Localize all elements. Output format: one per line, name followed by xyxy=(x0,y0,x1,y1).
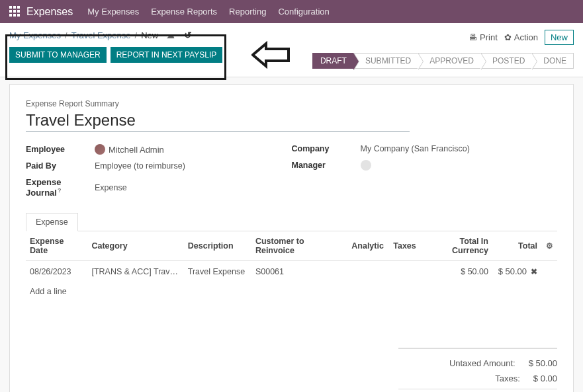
status-draft[interactable]: DRAFT xyxy=(312,53,354,69)
app-title[interactable]: Expenses xyxy=(26,6,73,18)
untaxed-label: Untaxed Amount: xyxy=(398,358,516,368)
journal-field[interactable]: Expense xyxy=(95,183,127,192)
gear-icon: ✿ xyxy=(504,32,512,42)
avatar xyxy=(95,144,105,155)
manager-label: Manager xyxy=(292,161,361,170)
cell-category[interactable]: [TRANS & ACC] Travel & ... xyxy=(87,261,183,282)
nav-my-expenses[interactable]: My Expenses xyxy=(87,7,139,17)
company-label: Company xyxy=(292,144,361,153)
cell-taxes[interactable] xyxy=(389,261,424,282)
pointer-arrow-icon xyxy=(251,41,290,69)
company-field[interactable]: My Company (San Francisco) xyxy=(361,144,470,153)
taxes-value: $ 0.00 xyxy=(533,373,557,383)
add-line-link[interactable]: Add a line xyxy=(26,282,557,301)
paidby-field[interactable]: Employee (to reimburse) xyxy=(95,161,185,171)
new-button[interactable]: New xyxy=(545,30,574,45)
col-taxes[interactable]: Taxes xyxy=(389,231,424,261)
taxes-label: Taxes: xyxy=(398,373,520,383)
cell-total[interactable]: $ 50.00✖ xyxy=(492,261,541,282)
employee-label: Employee xyxy=(26,145,95,154)
apps-icon[interactable] xyxy=(9,6,21,18)
notebook-tabs: Expense xyxy=(26,213,557,231)
table-row[interactable]: 08/26/2023 [TRANS & ACC] Travel & ... Tr… xyxy=(26,261,557,282)
cell-analytic[interactable] xyxy=(347,261,389,282)
control-panel: My Expenses / Travel Expense / New ☁ ↺ S… xyxy=(0,23,583,77)
employee-field[interactable]: Mitchell Admin xyxy=(95,144,164,155)
col-category[interactable]: Category xyxy=(87,231,183,261)
untaxed-value: $ 50.00 xyxy=(529,358,557,368)
cell-total-currency[interactable]: $ 50.00 xyxy=(424,261,492,282)
col-total-currency[interactable]: Total In Currency xyxy=(424,231,492,261)
breadcrumb-sep: / xyxy=(65,30,67,40)
breadcrumb-sep: / xyxy=(135,30,138,40)
submit-to-manager-button[interactable]: SUBMIT TO MANAGER xyxy=(9,47,107,63)
totals-panel: Untaxed Amount:$ 50.00 Taxes:$ 0.00 Tota… xyxy=(398,348,557,392)
top-bar: Expenses My Expenses Expense Reports Rep… xyxy=(0,0,583,23)
breadcrumb-current: New xyxy=(141,30,158,40)
col-total[interactable]: Total xyxy=(492,231,541,261)
tab-expense[interactable]: Expense xyxy=(26,213,78,231)
status-posted[interactable]: POSTED xyxy=(480,53,532,69)
cell-description[interactable]: Travel Expense xyxy=(184,261,251,282)
print-icon: 🖶 xyxy=(469,32,477,42)
discard-icon[interactable]: ↺ xyxy=(184,30,192,40)
avatar-empty xyxy=(361,160,371,171)
journal-label: Expense Journal? xyxy=(26,177,95,198)
breadcrumb-root[interactable]: My Expenses xyxy=(9,30,61,40)
summary-label: Expense Report Summary xyxy=(26,99,557,108)
breadcrumb-parent[interactable]: Travel Expense xyxy=(71,30,131,40)
print-button[interactable]: 🖶Print xyxy=(469,32,498,42)
action-button[interactable]: ✿Action xyxy=(504,32,538,42)
col-analytic[interactable]: Analytic xyxy=(347,231,389,261)
col-date[interactable]: Expense Date xyxy=(26,231,87,261)
col-description[interactable]: Description xyxy=(184,231,251,261)
nav-expense-reports[interactable]: Expense Reports xyxy=(151,7,217,17)
col-customer[interactable]: Customer to Reinvoice xyxy=(251,231,347,261)
cloud-save-icon[interactable]: ☁ xyxy=(166,30,175,40)
status-submitted[interactable]: SUBMITTED xyxy=(353,53,418,69)
nav-reporting[interactable]: Reporting xyxy=(229,7,266,17)
breadcrumb: My Expenses / Travel Expense / New ☁ ↺ xyxy=(9,30,222,40)
paidby-label: Paid By xyxy=(26,161,95,171)
columns-settings-icon[interactable]: ⚙ xyxy=(546,241,553,251)
report-in-next-payslip-button[interactable]: REPORT IN NEXT PAYSLIP xyxy=(111,47,223,63)
cell-date[interactable]: 08/26/2023 xyxy=(26,261,87,282)
status-approved[interactable]: APPROVED xyxy=(418,53,481,69)
cell-customer[interactable]: S00061 xyxy=(251,261,347,282)
delete-row-icon[interactable]: ✖ xyxy=(531,267,537,276)
expense-lines-table: Expense Date Category Description Custom… xyxy=(26,231,557,301)
manager-field[interactable] xyxy=(361,160,371,171)
nav-configuration[interactable]: Configuration xyxy=(278,7,329,17)
status-bar: DRAFT SUBMITTED APPROVED POSTED DONE xyxy=(313,53,574,69)
status-done[interactable]: DONE xyxy=(531,53,574,69)
report-name-input[interactable] xyxy=(26,110,410,132)
form-sheet: Expense Report Summary Employee Mitchell… xyxy=(9,84,574,392)
